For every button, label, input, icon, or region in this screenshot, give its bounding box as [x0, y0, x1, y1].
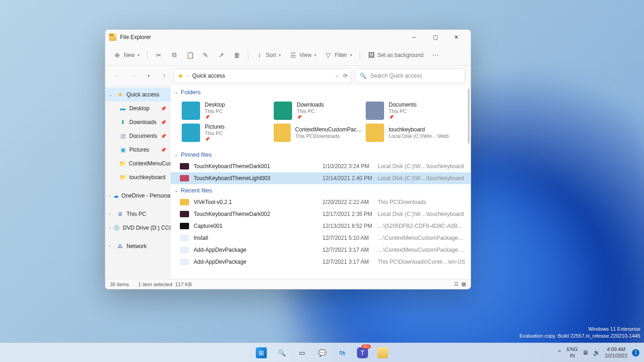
folder-tile[interactable]: touchkeyboard Local Disk (C:)\Win…\Web [364, 122, 456, 144]
section-recent-files[interactable]: ⌄ Recent files [171, 184, 471, 196]
folder-location: Local Disk (C:)\Win…\Web [389, 133, 449, 140]
share-button[interactable]: ↗ [214, 48, 229, 62]
teams-button[interactable]: T 99+ [353, 344, 372, 362]
volume-icon[interactable]: 🔊 [593, 349, 600, 356]
desktop-icon: ▬ [119, 105, 126, 112]
chevron-right-icon: › [109, 212, 114, 216]
scrollbar[interactable] [468, 89, 470, 144]
sidebar-item-dvd[interactable]: › 💿 DVD Drive (D:) CCCO [105, 221, 171, 235]
separator [248, 50, 248, 60]
file-name: Add-AppDevPackage [194, 247, 322, 253]
sidebar-item-network[interactable]: › 🖧 Network [105, 239, 171, 253]
file-name: ViVeTool-v0.2.1 [194, 199, 322, 205]
more-button[interactable]: ⋯ [428, 48, 443, 62]
file-date: 12/13/2021 8:52 PM [322, 223, 378, 229]
address-dropdown-button[interactable]: ⌄ [335, 73, 339, 79]
forward-button[interactable]: → [126, 69, 139, 82]
file-explorer-button[interactable] [374, 344, 392, 362]
sidebar-item-contextmenu[interactable]: 📁 ContextMenuCust [105, 157, 171, 170]
notification-badge[interactable]: 1 [632, 349, 639, 356]
chevron-right-icon: › [109, 193, 110, 198]
file-row[interactable]: TouchKeyboardThemeLight003 12/14/2021 2:… [171, 172, 471, 184]
file-date: 12/7/2021 3:17 AM [322, 259, 378, 265]
start-button[interactable]: ⊞ [252, 344, 270, 362]
refresh-button[interactable]: ⟳ [343, 73, 348, 79]
folder-icon [274, 124, 291, 142]
file-date: 2/20/2022 2:22 AM [322, 199, 378, 205]
minimize-button[interactable]: ─ [403, 30, 425, 44]
folder-location: This PC [205, 130, 224, 137]
file-thumbnail [180, 199, 189, 205]
back-button[interactable]: ← [111, 69, 124, 82]
sidebar-item-downloads[interactable]: ⬇ Downloads📌 [105, 115, 171, 129]
file-thumbnail [180, 175, 189, 181]
filter-button[interactable]: ▽Filter▾ [321, 48, 356, 62]
section-pinned-files[interactable]: ⌄ Pinned files [171, 148, 471, 160]
paste-button[interactable]: 📋 [183, 48, 197, 62]
separator [360, 50, 360, 60]
details-view-button[interactable]: ☰ [454, 281, 459, 287]
pc-icon: 🖥 [116, 210, 124, 218]
section-folders[interactable]: ⌄ Folders [171, 86, 471, 98]
folder-icon: 📁 [119, 174, 126, 181]
network-icon[interactable]: 🖥 [582, 349, 588, 356]
file-row[interactable]: Add-AppDevPackage 12/7/2021 3:17 AM This… [171, 256, 471, 268]
up-button[interactable]: ↑ [158, 69, 171, 82]
sidebar-item-pictures[interactable]: ▣ Pictures📌 [105, 143, 171, 157]
task-view-button[interactable]: ▭ [293, 344, 311, 362]
filter-icon: ▽ [325, 51, 332, 59]
language-button[interactable]: ENGIN [567, 346, 578, 358]
status-bar: 35 items 1 item selected 117 KB ☰ ▦ [105, 279, 471, 289]
titlebar[interactable]: File Explorer ─ ▢ ✕ [105, 30, 471, 45]
sidebar-item-onedrive[interactable]: › ☁ OneDrive - Personal [105, 189, 171, 203]
chevron-down-icon: ⌄ [174, 188, 178, 193]
view-button[interactable]: ☰View▾ [286, 48, 320, 62]
recent-locations-button[interactable]: ▾ [142, 69, 155, 82]
file-thumbnail [180, 223, 189, 229]
folder-tile[interactable]: Documents This PC 📌 [364, 100, 456, 122]
file-row[interactable]: TouchKeyboardThemeDark002 12/17/2021 2:3… [171, 208, 471, 220]
file-name: TouchKeyboardThemeDark001 [194, 163, 322, 170]
desktop-watermark: Windows 11 Enterprise Evaluation copy. B… [519, 326, 640, 339]
delete-button[interactable]: 🗑 [230, 48, 244, 62]
chat-button[interactable]: 💬 [313, 344, 331, 362]
copy-button[interactable]: ⧉ [167, 48, 182, 62]
search-box[interactable]: 🔍 Search Quick access [355, 68, 465, 83]
rename-button[interactable]: ✎ [198, 48, 213, 62]
set-background-button[interactable]: 🖼Set as background [364, 48, 427, 62]
sidebar-item-desktop[interactable]: ▬ Desktop📌 [105, 102, 171, 115]
file-row[interactable]: TouchKeyboardThemeDark001 1/10/2022 3:24… [171, 160, 471, 172]
sidebar-item-touchkeyboard[interactable]: 📁 touchkeyboard [105, 170, 171, 184]
file-row[interactable]: Capture001 12/13/2021 8:52 PM …\{5205DFB… [171, 220, 471, 232]
sidebar-item-thispc[interactable]: › 🖥 This PC [105, 207, 171, 221]
cut-button[interactable]: ✂ [151, 48, 166, 62]
file-row[interactable]: ViVeTool-v0.2.1 2/20/2022 2:22 AM This P… [171, 196, 471, 208]
file-row[interactable]: Install 12/7/2021 5:10 AM …\ContextMenuC… [171, 232, 471, 244]
sidebar-item-quick-access[interactable]: ⌄ ★ Quick access [105, 88, 171, 102]
file-path: This PC\Downloads [378, 199, 471, 205]
address-bar[interactable]: ★ › Quick access ⌄ ⟳ [173, 68, 352, 83]
folder-icon [366, 102, 384, 120]
new-button[interactable]: ⊕ New▾ [110, 48, 144, 62]
folder-tile[interactable]: Downloads This PC 📌 [272, 100, 364, 122]
file-date: 12/7/2021 3:17 AM [322, 247, 378, 253]
search-button[interactable]: 🔍 [272, 344, 291, 362]
sort-icon: ↕ [256, 51, 263, 59]
folder-name: Desktop [205, 102, 225, 108]
folder-tile[interactable]: Desktop This PC 📌 [180, 100, 272, 122]
plus-icon: ⊕ [114, 51, 121, 59]
close-button[interactable]: ✕ [446, 30, 467, 44]
sort-button[interactable]: ↕Sort▾ [252, 48, 285, 62]
tray-overflow-button[interactable]: ⌃ [557, 349, 562, 356]
clock-button[interactable]: 4:09 AM2/21/2022 [605, 346, 627, 358]
file-path: …\ContextMenuCustomPackage_… [378, 235, 471, 241]
sidebar-item-documents[interactable]: ▤ Documents📌 [105, 129, 171, 143]
thumbnails-view-button[interactable]: ▦ [461, 281, 466, 287]
file-row[interactable]: Add-AppDevPackage 12/7/2021 3:17 AM …\Co… [171, 244, 471, 256]
folder-tile[interactable]: Pictures This PC 📌 [180, 122, 272, 144]
app-icon [109, 34, 116, 41]
folder-tile[interactable]: ContextMenuCustomPac… This PC\Downloads [272, 122, 364, 144]
folder-icon: 📁 [119, 160, 126, 167]
maximize-button[interactable]: ▢ [425, 30, 446, 44]
store-button[interactable]: 🛍 [333, 344, 351, 362]
